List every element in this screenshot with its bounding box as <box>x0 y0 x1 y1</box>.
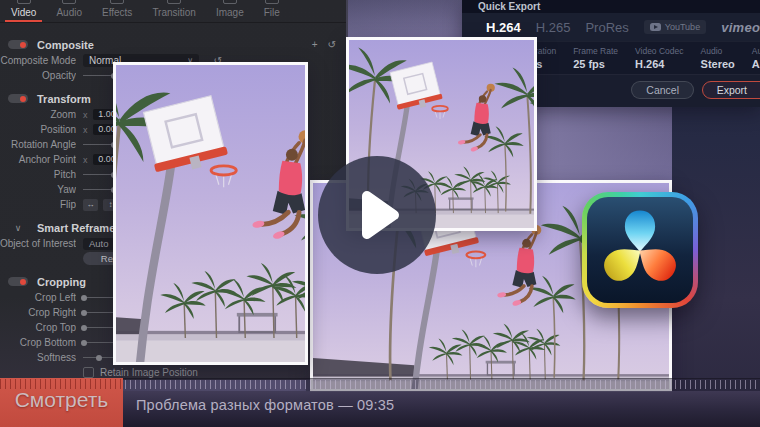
setting-label: Audio <box>701 46 735 56</box>
file-icon <box>265 0 279 4</box>
section-label: Composite <box>37 39 94 51</box>
effects-icon <box>110 0 124 4</box>
tab-file[interactable]: File <box>257 0 287 22</box>
retain-checkbox[interactable] <box>83 367 94 378</box>
cancel-button[interactable]: Cancel <box>631 81 694 99</box>
video-caption: Проблема разных форматов — 09:35 <box>136 397 394 413</box>
row-label: Crop Bottom <box>0 337 76 348</box>
row-label: Rotation Angle <box>0 139 76 150</box>
audio-icon <box>62 0 76 4</box>
slider-track[interactable] <box>83 75 115 76</box>
youtube-label: YouTube <box>665 22 700 32</box>
inspector-row-composite: Composite+↺ <box>0 37 346 52</box>
inspector-tabs: VideoAudioEffectsTransitionImageFile <box>0 0 346 23</box>
row-label: Pitch <box>0 169 76 180</box>
slider-handle[interactable] <box>81 340 87 346</box>
section-toggle[interactable] <box>8 94 28 103</box>
row-label: Crop Left <box>0 292 76 303</box>
watch-label: Смотреть <box>15 388 109 412</box>
slider-track[interactable] <box>83 342 115 343</box>
slider-track[interactable] <box>83 357 115 358</box>
row-label: Opacity <box>0 70 76 81</box>
toggle-on-dot <box>20 96 26 102</box>
setting-audio: AudioStereo <box>701 46 735 74</box>
tab-audio[interactable]: Audio <box>49 0 89 22</box>
youtube-icon <box>650 23 661 31</box>
slider-track[interactable] <box>83 144 115 145</box>
toggle-on-dot <box>20 279 26 285</box>
multiplier-x: x <box>83 110 88 120</box>
row-label: Anchor Point <box>0 154 76 165</box>
slider-track[interactable] <box>83 174 115 175</box>
section-label: Transform <box>37 93 91 105</box>
video-frame-portrait <box>113 62 308 365</box>
dialog-title: Quick Export <box>462 0 760 13</box>
tab-label: Transition <box>152 7 196 18</box>
section-label: Cropping <box>37 276 86 288</box>
row-label: Object of Interest <box>0 238 76 249</box>
format-h-265[interactable]: H.265 <box>536 20 571 35</box>
tab-effects[interactable]: Effects <box>95 0 139 22</box>
setting-label: Video Codec <box>635 46 684 56</box>
multiplier-x: x <box>83 155 88 165</box>
setting-frame-rate: Frame Rate25 fps <box>573 46 618 74</box>
multiplier-x: x <box>83 125 88 135</box>
toggle-on-dot <box>20 42 26 48</box>
image-icon <box>223 0 237 4</box>
slider-handle[interactable] <box>81 325 87 331</box>
section-toggle[interactable] <box>8 277 28 286</box>
tab-label: Audio <box>56 7 82 18</box>
reset-icon[interactable]: ↺ <box>328 39 336 50</box>
slider-handle[interactable] <box>81 310 87 316</box>
vimeo-option[interactable]: vimeo <box>721 20 760 35</box>
row-label: Flip <box>0 199 76 210</box>
chevron-down-icon[interactable]: ∨ <box>8 223 28 233</box>
slider-handle[interactable] <box>96 355 102 361</box>
row-label: Softness <box>0 352 76 363</box>
section-label: Smart Reframe <box>37 222 115 234</box>
play-icon <box>348 186 406 244</box>
tab-transition[interactable]: Transition <box>145 0 203 22</box>
tab-label: File <box>264 7 280 18</box>
row-label: Crop Top <box>0 322 76 333</box>
section-icons: +↺ <box>312 39 336 50</box>
watch-badge[interactable]: Смотреть <box>0 378 123 427</box>
slider-track[interactable] <box>83 189 115 190</box>
export-button[interactable]: Export <box>702 81 760 99</box>
setting-value: AAC <box>752 58 760 70</box>
slider-track[interactable] <box>83 312 115 313</box>
setting-value: 25 fps <box>573 58 618 70</box>
row-label: Zoom <box>0 109 76 120</box>
davinci-resolve-logo <box>582 192 698 308</box>
setting-label: Frame Rate <box>573 46 618 56</box>
youtube-option[interactable]: YouTube <box>644 20 706 34</box>
slider-track[interactable] <box>83 297 115 298</box>
tab-label: Video <box>11 7 36 18</box>
setting-label: Audio Codec <box>752 46 760 56</box>
section-toggle[interactable] <box>8 40 28 49</box>
row-label: Yaw <box>0 184 76 195</box>
play-button[interactable] <box>318 156 436 274</box>
slider-handle[interactable] <box>81 295 87 301</box>
slider-track[interactable] <box>83 327 115 328</box>
row-label: Position <box>0 124 76 135</box>
setting-video-codec: Video CodecH.264 <box>635 46 684 74</box>
flip-horizontal-button[interactable]: ↔ <box>83 199 98 211</box>
setting-value: Stereo <box>701 58 735 70</box>
bottom-bar: Проблема разных форматов — 09:35 Смотрет… <box>0 378 760 427</box>
video-icon <box>17 0 31 4</box>
tab-video[interactable]: Video <box>4 0 43 22</box>
checkbox-label: Retain Image Position <box>100 367 198 378</box>
video-thumbnail: VideoAudioEffectsTransitionImageFile Com… <box>0 0 760 427</box>
setting-audio-codec: Audio CodecAAC <box>752 46 760 74</box>
keyframe-add-icon[interactable]: + <box>312 39 318 50</box>
tab-image[interactable]: Image <box>209 0 251 22</box>
tab-label: Effects <box>102 7 132 18</box>
format-h-264[interactable]: H.264 <box>486 20 521 35</box>
row-label: Crop Right <box>0 307 76 318</box>
transition-icon <box>167 0 181 4</box>
format-prores[interactable]: ProRes <box>585 20 628 35</box>
tab-label: Image <box>216 7 244 18</box>
logo-petals <box>582 192 698 308</box>
setting-value: H.264 <box>635 58 684 70</box>
